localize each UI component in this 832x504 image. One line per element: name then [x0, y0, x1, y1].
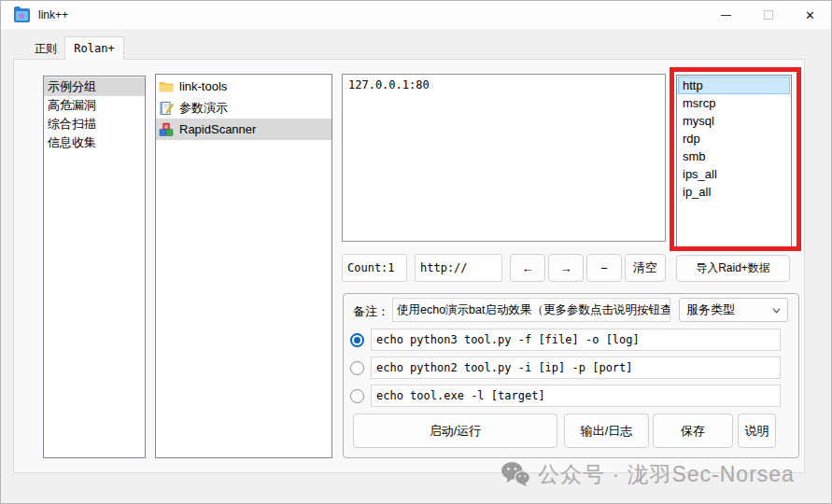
- service-item-ips-all[interactable]: ips_all: [678, 165, 790, 183]
- window-title: link++: [38, 8, 68, 21]
- remove-button[interactable]: −: [586, 254, 622, 282]
- command-input-3[interactable]: echo tool.exe -l [target]: [371, 385, 781, 407]
- target-textarea[interactable]: 127.0.0.1:80: [342, 74, 666, 242]
- tool-item-link-tools[interactable]: link-tools: [156, 76, 331, 97]
- service-item-rdp[interactable]: rdp: [678, 130, 790, 147]
- maximize-button[interactable]: [747, 1, 789, 29]
- tools-listbox: link-tools 参数演示 R RapidScanner: [155, 74, 332, 458]
- command-input-1[interactable]: echo python3 tool.py -f [file] -o [log]: [371, 329, 781, 351]
- close-icon: ✕: [805, 8, 815, 22]
- service-listbox: http msrcp mysql rdp smb ips_all ip_all: [676, 75, 792, 247]
- sidebar-item-example-group[interactable]: 示例分组: [44, 77, 145, 96]
- tool-item-label: link-tools: [179, 79, 227, 93]
- output-log-button[interactable]: 输出/日志: [564, 413, 649, 448]
- maximize-icon: [764, 10, 773, 20]
- tab-rolan[interactable]: Rolan+: [64, 36, 124, 60]
- group-listbox: 示例分组 高危漏洞 综合扫描 信息收集: [43, 76, 146, 458]
- cubes-icon: R: [159, 122, 174, 137]
- folder-icon: [159, 79, 174, 94]
- service-item-msrcp[interactable]: msrcp: [678, 94, 790, 112]
- watermark: 公众号 · 泷羽Sec-Norsea: [501, 457, 795, 491]
- tab-regex[interactable]: 正则: [27, 39, 64, 59]
- minimize-button[interactable]: [705, 1, 747, 29]
- sidebar-item-info-collect[interactable]: 信息收集: [44, 133, 145, 152]
- import-raid-data-button[interactable]: 导入Raid+数据: [676, 255, 790, 282]
- chevron-down-icon: [772, 306, 781, 315]
- command-radio-2[interactable]: [350, 361, 364, 375]
- service-type-value: 服务类型: [686, 301, 735, 318]
- title-bar: link++ ✕: [1, 1, 831, 29]
- minus-icon: −: [600, 261, 608, 275]
- note-input[interactable]: 使用echo演示bat启动效果（更多参数点击说明按钮查看）: [392, 298, 670, 322]
- window-controls: ✕: [705, 1, 831, 29]
- save-button[interactable]: 保存: [653, 413, 733, 448]
- notepad-icon: [159, 101, 174, 116]
- tool-item-label: RapidScanner: [179, 122, 256, 136]
- service-item-mysql[interactable]: mysql: [678, 112, 790, 130]
- app-window: link++ ✕ 正则 Rolan+ 示例分组 高危漏洞 综合扫描 信息收集 l…: [0, 0, 832, 504]
- command-radio-1[interactable]: [350, 333, 364, 347]
- note-label: 备注：: [353, 303, 389, 320]
- service-item-http[interactable]: http: [678, 77, 790, 94]
- clear-button[interactable]: 清空: [625, 254, 666, 282]
- svg-text:R: R: [164, 123, 168, 129]
- service-type-dropdown[interactable]: 服务类型: [679, 298, 788, 322]
- help-button[interactable]: 说明: [738, 413, 776, 448]
- command-radio-3[interactable]: [350, 389, 364, 403]
- tool-item-label: 参数演示: [179, 100, 228, 117]
- service-item-smb[interactable]: smb: [678, 147, 790, 165]
- next-arrow-button[interactable]: →: [548, 254, 584, 282]
- sidebar-item-high-risk[interactable]: 高危漏洞: [44, 96, 145, 115]
- minimize-icon: [721, 15, 731, 16]
- prev-arrow-button[interactable]: ←: [510, 254, 545, 282]
- sidebar-item-combined-scan[interactable]: 综合扫描: [44, 115, 145, 133]
- watermark-text: 公众号 · 泷羽Sec-Norsea: [538, 460, 795, 489]
- run-button[interactable]: 启动/运行: [353, 413, 557, 448]
- command-input-2[interactable]: echo python2 tool.py -i [ip] -p [port]: [371, 357, 781, 379]
- protocol-field[interactable]: http://: [415, 254, 502, 282]
- tool-item-rapidscanner[interactable]: R RapidScanner: [156, 119, 331, 140]
- left-arrow-icon: ←: [522, 261, 534, 275]
- count-field[interactable]: Count:1: [342, 254, 407, 282]
- tool-item-param-demo[interactable]: 参数演示: [156, 97, 331, 119]
- right-arrow-icon: →: [560, 261, 572, 275]
- close-button[interactable]: ✕: [789, 1, 831, 29]
- app-folder-icon: [14, 8, 30, 22]
- service-item-ip-all[interactable]: ip_all: [678, 183, 790, 201]
- wechat-icon: [501, 461, 530, 487]
